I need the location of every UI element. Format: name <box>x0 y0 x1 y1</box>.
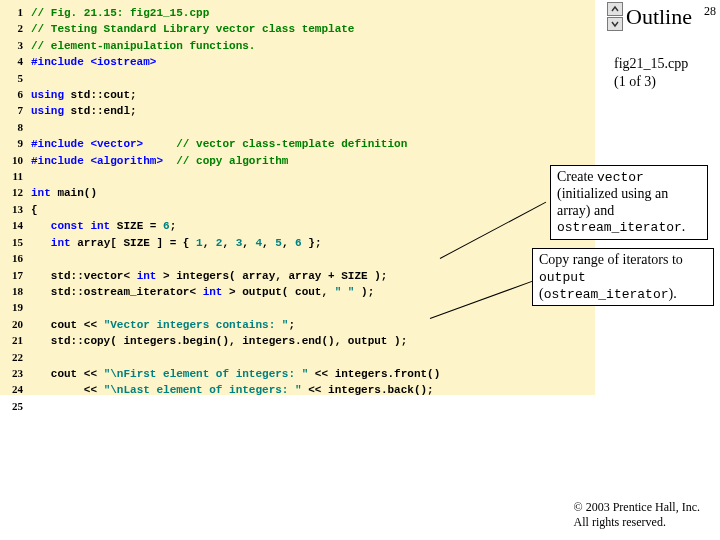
line-number: 16 <box>5 251 31 266</box>
callout-create-vector: Create vector (initialized using an arra… <box>550 165 708 240</box>
code-token: int <box>203 286 223 298</box>
code-line: 17 std::vector< int > integers( array, a… <box>5 268 440 284</box>
line-number: 8 <box>5 120 31 135</box>
code-line: 3// element-manipulation functions. <box>5 38 440 54</box>
code-token: #include <iostream> <box>31 56 156 68</box>
t: ostream_iterator <box>557 220 682 235</box>
code-token: std::vector< <box>31 270 137 282</box>
code-line: 16 <box>5 251 440 267</box>
code-token: #include <algorithm> <box>31 155 163 167</box>
code-token: int <box>137 270 157 282</box>
code-token: { <box>31 204 38 216</box>
code-token: ); <box>354 286 374 298</box>
code-token: std::cout; <box>64 89 137 101</box>
code-line: 10#include <algorithm> // copy algorithm <box>5 153 440 169</box>
code-line: 15 int array[ SIZE ] = { 1, 2, 3, 4, 5, … <box>5 235 440 251</box>
code-line: 19 <box>5 300 440 316</box>
code-line: 13{ <box>5 202 440 218</box>
t: Create <box>557 169 597 184</box>
line-number: 22 <box>5 350 31 365</box>
code-token: , <box>282 237 295 249</box>
slide-root: 1// Fig. 21.15: fig21_15.cpp2// Testing … <box>0 0 720 540</box>
t: . <box>682 219 686 234</box>
line-number: 6 <box>5 87 31 102</box>
code-token: const int <box>51 220 110 232</box>
code-token: > output( cout, <box>222 286 334 298</box>
line-number: 9 <box>5 136 31 151</box>
code-line: 14 const int SIZE = 6; <box>5 218 440 234</box>
code-token: "\nFirst element of integers: " <box>104 368 309 380</box>
outline-header: Outline <box>607 2 692 31</box>
code-line: 4#include <iostream> <box>5 54 440 70</box>
chevron-down-icon <box>611 20 619 28</box>
copyright-footer: © 2003 Prentice Hall, Inc. All rights re… <box>574 500 700 530</box>
t: ). <box>669 286 677 301</box>
code-line: 5 <box>5 71 440 87</box>
t: vector <box>597 170 644 185</box>
code-token: << integers.front() <box>308 368 440 380</box>
code-token: // copy algorithm <box>176 155 288 167</box>
line-number: 5 <box>5 71 31 86</box>
line-number: 2 <box>5 21 31 36</box>
code-line: 12int main() <box>5 185 440 201</box>
code-token: cout << <box>31 319 104 331</box>
next-button[interactable] <box>607 17 623 31</box>
code-token: "Vector integers contains: " <box>104 319 289 331</box>
code-token <box>31 220 51 232</box>
code-line: 24 << "\nLast element of integers: " << … <box>5 382 440 398</box>
code-line: 1// Fig. 21.15: fig21_15.cpp <box>5 5 440 21</box>
code-token <box>31 237 51 249</box>
code-token: 6 <box>295 237 302 249</box>
code-line: 23 cout << "\nFirst element of integers:… <box>5 366 440 382</box>
t: ostream_iterator <box>544 287 669 302</box>
code-token <box>143 138 176 150</box>
code-token: << <box>31 384 104 396</box>
line-number: 11 <box>5 169 31 184</box>
code-token: 1 <box>196 237 203 249</box>
code-line: 25 <box>5 399 440 415</box>
prev-button[interactable] <box>607 2 623 16</box>
code-token: std::endl; <box>64 105 137 117</box>
file-part: (1 of 3) <box>614 74 656 89</box>
code-token: 6 <box>163 220 170 232</box>
code-line: 22 <box>5 350 440 366</box>
code-token: #include <vector> <box>31 138 143 150</box>
code-line: 11 <box>5 169 440 185</box>
code-line: 7using std::endl; <box>5 103 440 119</box>
outline-label: Outline <box>626 4 692 30</box>
code-token: ; <box>288 319 295 331</box>
line-number: 20 <box>5 317 31 332</box>
code-token: std::copy( integers.begin(), integers.en… <box>31 335 407 347</box>
code-token: SIZE = <box>110 220 163 232</box>
code-line: 2// Testing Standard Library vector clas… <box>5 21 440 37</box>
code-token: 5 <box>275 237 282 249</box>
t: output <box>539 270 586 285</box>
code-token: // Testing Standard Library vector class… <box>31 23 354 35</box>
file-name: fig21_15.cpp <box>614 56 688 71</box>
code-line: 20 cout << "Vector integers contains: "; <box>5 317 440 333</box>
code-token: " " <box>335 286 355 298</box>
code-token: << integers.back(); <box>302 384 434 396</box>
line-number: 12 <box>5 185 31 200</box>
code-line: 9#include <vector> // vector class-templ… <box>5 136 440 152</box>
code-block: 1// Fig. 21.15: fig21_15.cpp2// Testing … <box>5 5 440 415</box>
code-token: }; <box>302 237 322 249</box>
footer-line-1: © 2003 Prentice Hall, Inc. <box>574 500 700 514</box>
line-number: 17 <box>5 268 31 283</box>
code-token: , <box>222 237 235 249</box>
code-token: ; <box>170 220 177 232</box>
code-area: 1// Fig. 21.15: fig21_15.cpp2// Testing … <box>0 0 595 395</box>
line-number: 13 <box>5 202 31 217</box>
code-line: 21 std::copy( integers.begin(), integers… <box>5 333 440 349</box>
code-line: 8 <box>5 120 440 136</box>
code-token <box>163 155 176 167</box>
line-number: 1 <box>5 5 31 20</box>
t: (initialized using an array) and <box>557 186 668 218</box>
code-token: std::ostream_iterator< <box>31 286 203 298</box>
code-token: int <box>31 187 51 199</box>
line-number: 15 <box>5 235 31 250</box>
line-number: 14 <box>5 218 31 233</box>
code-line: 18 std::ostream_iterator< int > output( … <box>5 284 440 300</box>
code-token: , <box>242 237 255 249</box>
code-token: using <box>31 89 64 101</box>
